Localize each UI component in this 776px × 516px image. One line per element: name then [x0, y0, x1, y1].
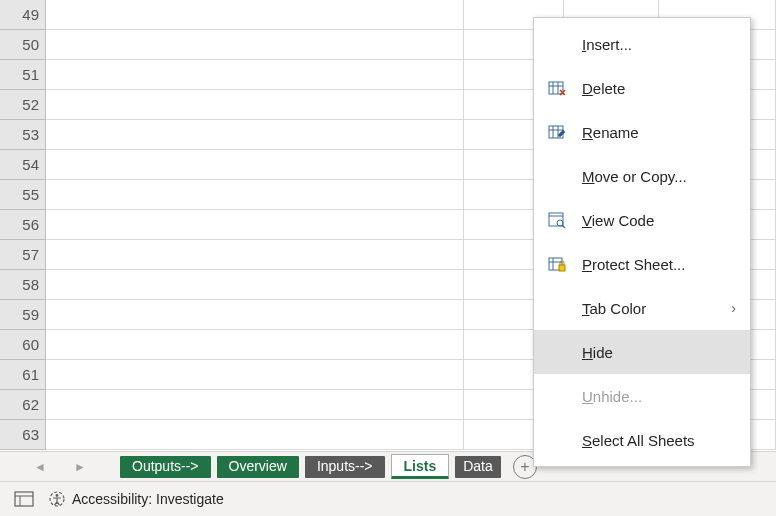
- row-header[interactable]: 59: [0, 300, 46, 330]
- rename-icon: [546, 124, 568, 140]
- tab-nav-next-icon[interactable]: ►: [74, 460, 86, 474]
- sheet-tab-outputs-[interactable]: Outputs-->: [120, 456, 211, 478]
- cell[interactable]: [46, 30, 464, 59]
- sheet-tab-overview[interactable]: Overview: [217, 456, 299, 478]
- status-bar: Accessibility: Investigate: [0, 482, 776, 516]
- tab-nav-arrows: ◄ ►: [0, 460, 120, 474]
- menu-item-unhide: Unhide...: [534, 374, 750, 418]
- protect-icon: [546, 256, 568, 272]
- row-header[interactable]: 54: [0, 150, 46, 180]
- sheet-tab-inputs-[interactable]: Inputs-->: [305, 456, 385, 478]
- sheet-tab-lists[interactable]: Lists: [391, 454, 450, 479]
- menu-item-label: Insert...: [582, 36, 736, 53]
- page-layout-icon[interactable]: [14, 491, 34, 507]
- menu-item-label: Protect Sheet...: [582, 256, 736, 273]
- row-header[interactable]: 58: [0, 270, 46, 300]
- menu-item-tabcolor[interactable]: Tab Color›: [534, 286, 750, 330]
- row-header[interactable]: 55: [0, 180, 46, 210]
- row-header[interactable]: 50: [0, 30, 46, 60]
- accessibility-label: Accessibility: Investigate: [72, 491, 224, 507]
- cell[interactable]: [46, 180, 464, 209]
- sheet-tab-context-menu: Insert...DeleteRenameMove or Copy...View…: [533, 17, 751, 467]
- menu-item-label: Delete: [582, 80, 736, 97]
- menu-item-label: Select All Sheets: [582, 432, 736, 449]
- svg-rect-20: [559, 265, 565, 271]
- cell[interactable]: [46, 150, 464, 179]
- viewcode-icon: [546, 212, 568, 228]
- menu-item-label: Move or Copy...: [582, 168, 736, 185]
- menu-item-delete[interactable]: Delete: [534, 66, 750, 110]
- cell[interactable]: [46, 360, 464, 389]
- submenu-arrow-icon: ›: [731, 300, 736, 316]
- tab-nav-prev-icon[interactable]: ◄: [34, 460, 46, 474]
- svg-rect-13: [549, 213, 563, 226]
- row-header[interactable]: 60: [0, 330, 46, 360]
- menu-item-viewcode[interactable]: View Code: [534, 198, 750, 242]
- cell[interactable]: [46, 120, 464, 149]
- row-header[interactable]: 53: [0, 120, 46, 150]
- row-header[interactable]: 57: [0, 240, 46, 270]
- sheet-tabs: Outputs-->OverviewInputs-->ListsData+: [120, 452, 537, 481]
- accessibility-status[interactable]: Accessibility: Investigate: [48, 490, 224, 508]
- cell[interactable]: [46, 390, 464, 419]
- menu-item-label: Rename: [582, 124, 736, 141]
- row-header[interactable]: 63: [0, 420, 46, 450]
- menu-item-rename[interactable]: Rename: [534, 110, 750, 154]
- svg-rect-0: [15, 492, 33, 506]
- cell[interactable]: [46, 60, 464, 89]
- svg-point-4: [56, 494, 59, 497]
- menu-item-label: View Code: [582, 212, 736, 229]
- menu-item-insert[interactable]: Insert...: [534, 22, 750, 66]
- menu-item-selectall[interactable]: Select All Sheets: [534, 418, 750, 462]
- cell[interactable]: [46, 90, 464, 119]
- row-header[interactable]: 49: [0, 0, 46, 30]
- menu-item-label: Tab Color: [582, 300, 717, 317]
- delete-icon: [546, 80, 568, 96]
- row-header[interactable]: 62: [0, 390, 46, 420]
- menu-item-hide[interactable]: Hide: [534, 330, 750, 374]
- cell[interactable]: [46, 0, 464, 29]
- sheet-tab-data[interactable]: Data: [455, 456, 501, 478]
- menu-item-protect[interactable]: Protect Sheet...: [534, 242, 750, 286]
- cell[interactable]: [46, 300, 464, 329]
- row-header[interactable]: 51: [0, 60, 46, 90]
- cell[interactable]: [46, 240, 464, 269]
- cell[interactable]: [46, 330, 464, 359]
- row-header[interactable]: 61: [0, 360, 46, 390]
- cell[interactable]: [46, 210, 464, 239]
- menu-item-label: Hide: [582, 344, 736, 361]
- menu-item-move[interactable]: Move or Copy...: [534, 154, 750, 198]
- svg-rect-5: [549, 82, 563, 94]
- menu-item-label: Unhide...: [582, 388, 736, 405]
- accessibility-icon: [48, 490, 66, 508]
- row-header[interactable]: 52: [0, 90, 46, 120]
- row-header[interactable]: 56: [0, 210, 46, 240]
- cell[interactable]: [46, 270, 464, 299]
- cell[interactable]: [46, 420, 464, 449]
